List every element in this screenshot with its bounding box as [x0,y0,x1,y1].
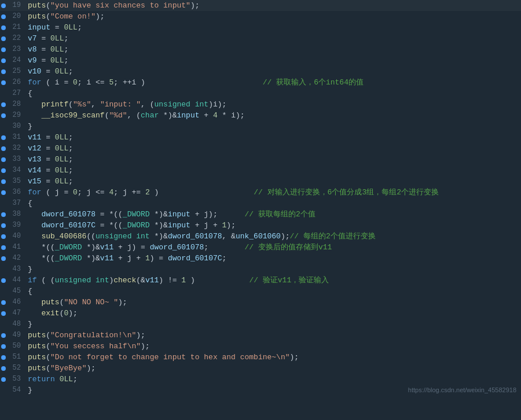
line-content: if ( (unsigned int)check(&v11) != 1 ) //… [25,275,521,286]
line-number: 34 [7,165,25,176]
breakpoint-indicator[interactable] [0,209,7,220]
breakpoint-dot [1,311,6,316]
table-row: 20puts("Come on!"); [0,11,521,22]
breakpoint-indicator[interactable] [0,121,7,132]
breakpoint-indicator[interactable] [0,374,7,385]
breakpoint-dot [1,47,6,52]
breakpoint-indicator[interactable] [0,22,7,33]
line-number: 52 [7,363,25,374]
table-row: 28 printf("%s", "input: ", (unsigned int… [0,99,521,110]
table-row: 35v15 = 0LL; [0,176,521,187]
breakpoint-dot [1,14,6,19]
breakpoint-dot [1,36,6,41]
breakpoint-dot [1,179,6,184]
line-number: 36 [7,187,25,198]
line-content: puts("Do not forget to change input to h… [25,352,521,363]
breakpoint-dot [1,80,6,85]
breakpoint-dot [1,355,6,360]
line-content: *((_DWORD *)&v11 + j + 1) = dword_60107C… [25,253,521,264]
line-content: return 0LL; [25,374,521,385]
table-row: 47 exit(0); [0,308,521,319]
breakpoint-indicator[interactable] [0,341,7,352]
line-number: 39 [7,220,25,231]
line-content: __isoc99_scanf("%d", (char *)&input + 4 … [25,110,521,121]
breakpoint-dot [1,300,6,305]
line-content: v13 = 0LL; [25,154,521,165]
table-row: 31v11 = 0LL; [0,132,521,143]
line-content: v7 = 0LL; [25,33,521,44]
breakpoint-indicator[interactable] [0,11,7,22]
breakpoint-dot [1,212,6,217]
breakpoint-indicator[interactable] [0,165,7,176]
line-number: 53 [7,374,25,385]
breakpoint-indicator[interactable] [0,176,7,187]
table-row: 37{ [0,198,521,209]
table-row: 21input = 0LL; [0,22,521,33]
line-content: puts("NO NO NO~ "); [25,297,521,308]
table-row: 30} [0,121,521,132]
breakpoint-dot [1,366,6,371]
table-row: 49puts("Congratulation!\n"); [0,330,521,341]
breakpoint-indicator[interactable] [0,319,7,330]
table-row: 22v7 = 0LL; [0,33,521,44]
line-number: 20 [7,11,25,22]
breakpoint-indicator[interactable] [0,363,7,374]
breakpoint-dot [1,102,6,107]
line-content: puts("You seccess half\n"); [25,341,521,352]
breakpoint-indicator[interactable] [0,88,7,99]
breakpoint-indicator[interactable] [0,275,7,286]
breakpoint-indicator[interactable] [0,44,7,55]
breakpoint-indicator[interactable] [0,231,7,242]
breakpoint-dot [1,113,6,118]
breakpoint-indicator[interactable] [0,264,7,275]
line-content: input = 0LL; [25,22,521,33]
breakpoint-indicator[interactable] [0,242,7,253]
line-content: { [25,88,521,99]
line-content: v12 = 0LL; [25,143,521,154]
table-row: 32v12 = 0LL; [0,143,521,154]
table-row: 23v8 = 0LL; [0,44,521,55]
line-number: 29 [7,110,25,121]
breakpoint-indicator[interactable] [0,143,7,154]
breakpoint-dot [1,157,6,162]
line-number: 24 [7,55,25,66]
line-content: v9 = 0LL; [25,55,521,66]
breakpoint-indicator[interactable] [0,99,7,110]
line-number: 50 [7,341,25,352]
line-number: 45 [7,286,25,297]
breakpoint-indicator[interactable] [0,385,7,396]
breakpoint-dot [1,234,6,239]
line-number: 35 [7,176,25,187]
breakpoint-indicator[interactable] [0,198,7,209]
breakpoint-indicator[interactable] [0,220,7,231]
breakpoint-indicator[interactable] [0,77,7,88]
breakpoint-indicator[interactable] [0,286,7,297]
line-number: 26 [7,77,25,88]
line-number: 47 [7,308,25,319]
breakpoint-indicator[interactable] [0,66,7,77]
line-content: puts("ByeBye"); [25,363,521,374]
breakpoint-indicator[interactable] [0,55,7,66]
breakpoint-indicator[interactable] [0,187,7,198]
breakpoint-indicator[interactable] [0,33,7,44]
breakpoint-indicator[interactable] [0,253,7,264]
breakpoint-indicator[interactable] [0,297,7,308]
line-number: 19 [7,0,25,11]
url-bar: https://blog.csdn.net/weixin_45582918 [408,386,516,393]
breakpoint-dot [1,256,6,261]
breakpoint-indicator[interactable] [0,0,7,11]
breakpoint-dot [1,25,6,30]
table-row: 48} [0,319,521,330]
breakpoint-indicator[interactable] [0,308,7,319]
breakpoint-indicator[interactable] [0,330,7,341]
line-content: } [25,319,521,330]
breakpoint-indicator[interactable] [0,352,7,363]
breakpoint-dot [1,69,6,74]
line-content: sub_400686((unsigned int *)&dword_601078… [25,231,521,242]
breakpoint-indicator[interactable] [0,110,7,121]
breakpoint-indicator[interactable] [0,132,7,143]
line-content: } [25,121,521,132]
line-number: 48 [7,319,25,330]
table-row: 29 __isoc99_scanf("%d", (char *)&input +… [0,110,521,121]
breakpoint-indicator[interactable] [0,154,7,165]
